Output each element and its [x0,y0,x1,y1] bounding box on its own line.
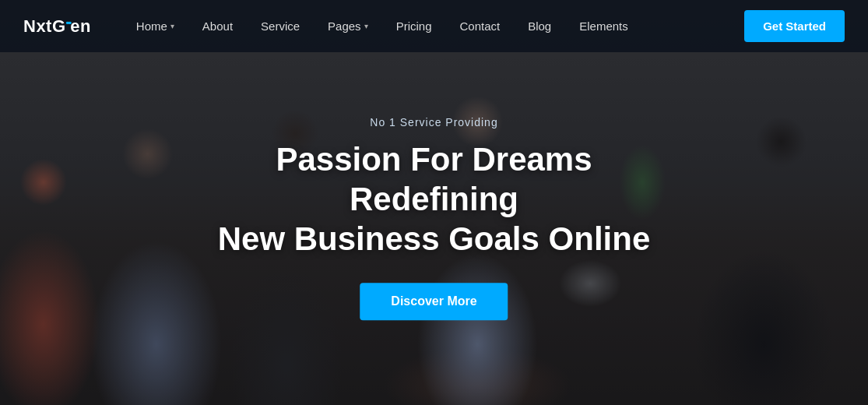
nav-link-about[interactable]: About [188,0,247,52]
nav-link-elements[interactable]: Elements [565,0,642,52]
chevron-down-icon: ▾ [364,22,368,30]
hero-tagline: No 1 Service Providing [217,116,652,129]
hero-title-line2: New Business Goals Online [218,221,651,258]
logo-text: NxtG•••en [23,16,91,37]
discover-more-button[interactable]: Discover More [360,283,508,320]
logo-link[interactable]: NxtG•••en [23,16,91,37]
hero-section: NxtG•••en Home ▾ About Service [0,0,868,405]
nav-link-pages[interactable]: Pages ▾ [314,0,382,52]
nav-item-home: Home ▾ [122,0,188,52]
nav-label-home: Home [136,19,167,33]
nav-link-pricing[interactable]: Pricing [382,0,446,52]
hero-title-line1: Passion For Dreams Redefining [276,141,592,217]
nav-links: Home ▾ About Service Pages ▾ [122,0,744,52]
nav-item-pages: Pages ▾ [314,0,382,52]
nav-cta: Get Started [744,10,845,42]
nav-link-home[interactable]: Home ▾ [122,0,188,52]
nav-label-pages: Pages [328,19,361,33]
nav-link-blog[interactable]: Blog [514,0,565,52]
nav-label-elements: Elements [579,19,628,33]
nav-item-pricing: Pricing [382,0,446,52]
hero-title: Passion For Dreams Redefining New Busine… [217,139,652,259]
nav-item-about: About [188,0,247,52]
nav-label-pricing: Pricing [396,19,432,33]
nav-link-contact[interactable]: Contact [445,0,514,52]
get-started-button[interactable]: Get Started [744,10,845,42]
chevron-down-icon: ▾ [170,22,174,30]
hero-content: No 1 Service Providing Passion For Dream… [217,116,652,320]
nav-label-contact: Contact [459,19,500,33]
nav-label-about: About [202,19,233,33]
nav-label-service: Service [261,19,300,33]
navbar: NxtG•••en Home ▾ About Service [0,0,868,52]
nav-item-elements: Elements [565,0,642,52]
nav-item-service: Service [247,0,314,52]
nav-item-blog: Blog [514,0,565,52]
nav-label-blog: Blog [528,19,551,33]
nav-item-contact: Contact [445,0,514,52]
nav-link-service[interactable]: Service [247,0,314,52]
